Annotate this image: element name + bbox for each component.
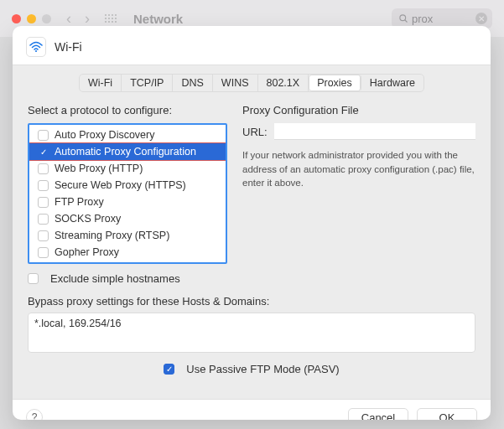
tab-tcpip[interactable]: TCP/IP — [122, 75, 173, 91]
cancel-button[interactable]: Cancel — [348, 408, 408, 420]
search-clear-button[interactable]: ✕ — [475, 13, 487, 24]
sheet-title: Wi-Fi — [55, 40, 82, 54]
window-title: Network — [133, 12, 183, 26]
tab-proxies[interactable]: Proxies — [309, 75, 361, 91]
bypass-label: Bypass proxy settings for these Hosts & … — [28, 295, 475, 308]
svg-point-2 — [35, 50, 37, 52]
config-file-heading: Proxy Configuration File — [242, 104, 475, 116]
protocol-checkbox[interactable] — [38, 214, 49, 225]
url-input[interactable] — [274, 123, 475, 140]
show-all-prefs-button[interactable] — [105, 14, 117, 23]
help-button[interactable]: ? — [26, 409, 43, 420]
protocol-row-ftp[interactable]: FTP Proxy — [29, 194, 226, 210]
protocol-checkbox[interactable] — [38, 180, 49, 191]
sheet-header: Wi-Fi — [13, 26, 491, 65]
config-hint-text: If your network administrator provided y… — [242, 148, 475, 190]
pasv-label: Use Passive FTP Mode (PASV) — [186, 363, 339, 375]
tab-wins[interactable]: WINS — [213, 75, 258, 91]
sheet-footer: ? Cancel OK — [13, 400, 491, 420]
protocol-checkbox[interactable] — [38, 163, 49, 174]
window-zoom-button[interactable] — [42, 14, 51, 23]
protocol-row-gopher[interactable]: Gopher Proxy — [29, 244, 226, 261]
tab-dns[interactable]: DNS — [173, 75, 212, 91]
protocol-row-rtsp[interactable]: Streaming Proxy (RTSP) — [29, 227, 226, 244]
protocol-row-socks[interactable]: SOCKS Proxy — [29, 210, 226, 227]
tab-wifi[interactable]: Wi-Fi — [80, 75, 122, 91]
search-value: prox — [412, 13, 472, 25]
protocol-row-auto-discovery[interactable]: Auto Proxy Discovery — [29, 127, 226, 143]
svg-line-1 — [405, 20, 408, 23]
protocol-row-auto-config[interactable]: ✓ Automatic Proxy Configuration — [29, 143, 226, 160]
ok-button[interactable]: OK — [417, 408, 477, 420]
window-minimize-button[interactable] — [27, 14, 36, 23]
protocol-checkbox[interactable]: ✓ — [38, 147, 49, 158]
protocol-checkbox[interactable] — [38, 230, 49, 241]
proxy-settings-sheet: Wi-Fi Wi-Fi TCP/IP DNS WINS 802.1X Proxi… — [13, 26, 491, 420]
protocol-checkbox[interactable] — [38, 130, 49, 141]
bypass-textarea[interactable]: *.local, 169.254/16 — [28, 313, 475, 353]
window-close-button[interactable] — [12, 14, 21, 23]
back-button[interactable]: ‹ — [63, 10, 75, 28]
protocol-checkbox[interactable] — [38, 197, 49, 208]
search-icon — [398, 13, 408, 23]
exclude-hostnames-label: Exclude simple hostnames — [50, 272, 180, 285]
protocol-heading: Select a protocol to configure: — [28, 104, 227, 116]
wifi-icon — [26, 37, 46, 57]
svg-point-0 — [400, 15, 406, 21]
tab-bar: Wi-Fi TCP/IP DNS WINS 802.1X Proxies Har… — [79, 74, 424, 92]
tab-hardware[interactable]: Hardware — [361, 75, 423, 91]
window-traffic-lights — [12, 14, 51, 23]
protocol-row-http[interactable]: Web Proxy (HTTP) — [29, 160, 226, 177]
forward-button[interactable]: › — [81, 10, 93, 28]
pasv-checkbox[interactable]: ✓ — [164, 364, 174, 375]
protocol-checkbox[interactable] — [38, 247, 49, 258]
exclude-hostnames-checkbox[interactable] — [28, 273, 39, 284]
protocol-list[interactable]: Auto Proxy Discovery ✓ Automatic Proxy C… — [28, 123, 227, 264]
tab-8021x[interactable]: 802.1X — [258, 75, 309, 91]
url-label: URL: — [242, 126, 268, 138]
protocol-row-https[interactable]: Secure Web Proxy (HTTPS) — [29, 177, 226, 194]
settings-panel: Wi-Fi TCP/IP DNS WINS 802.1X Proxies Har… — [13, 65, 491, 400]
